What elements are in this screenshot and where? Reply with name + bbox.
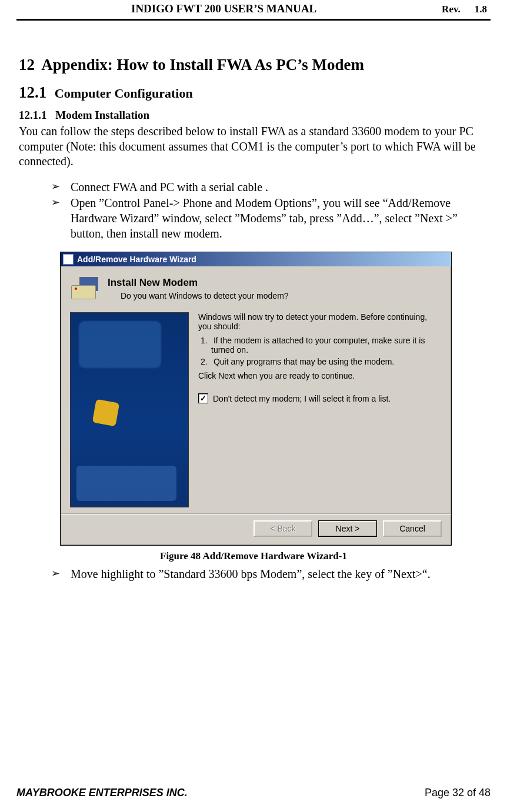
arrow-icon: ➢ (51, 196, 60, 209)
dont-detect-checkbox-row[interactable]: ✓ Don't detect my modem; I will select i… (198, 393, 442, 403)
list-item-text: Connect FWA and PC with a serial cable . (71, 181, 268, 193)
wizard-icon (63, 254, 74, 265)
wizard-instructions: Windows will now try to detect your mode… (198, 312, 442, 507)
wizard-title: Add/Remove Hardware Wizard (77, 255, 196, 264)
instructions-outro: Click Next when you are ready to continu… (198, 371, 442, 380)
bullet-list-bottom: ➢ Move highlight to ”Standard 33600 bps … (19, 567, 488, 582)
intro-paragraph: You can follow the steps described below… (19, 124, 488, 169)
page-content: 12 Appendix: How to Install FWA As PC’s … (16, 21, 491, 582)
arrow-icon: ➢ (51, 180, 60, 193)
list-item-text: Open ”Control Panel-> Phone and Modem Op… (71, 196, 458, 239)
list-item: 2. Quit any programs that may be using t… (209, 357, 442, 366)
checkbox-icon[interactable]: ✓ (198, 393, 208, 403)
wizard-side-graphic (70, 312, 189, 507)
manual-title: INDIGO FWT 200 USER’S MANUAL (131, 2, 491, 15)
list-item-text: Move highlight to ”Standard 33600 bps Mo… (71, 567, 431, 580)
list-item: ➢ Connect FWA and PC with a serial cable… (19, 180, 488, 195)
heading-2-number: 12.1 (19, 83, 46, 101)
instructions-list: 1. If the modem is attached to your comp… (209, 336, 442, 366)
next-button[interactable]: Next > (318, 520, 377, 537)
wizard-heading-row: Install New Modem Do you want Windows to… (70, 277, 442, 304)
page-footer: MAYBROOKE ENTERPRISES INC. Page 32 of 48 (16, 787, 491, 799)
wizard-heading-block: Install New Modem Do you want Windows to… (108, 277, 289, 304)
revision-row: Rev. 1.8 (442, 4, 487, 15)
heading-3-text: Modem Installation (55, 109, 149, 121)
wizard-footer: < Back Next > Cancel (61, 513, 451, 545)
list-marker: 2. (201, 357, 211, 366)
heading-3-number: 12.1.1 (19, 109, 47, 121)
back-button[interactable]: < Back (254, 520, 312, 537)
list-item: 1. If the modem is attached to your comp… (209, 336, 442, 355)
page-header: INDIGO FWT 200 USER’S MANUAL Rev. 1.8 (16, 0, 491, 21)
wizard-heading: Install New Modem (108, 277, 289, 289)
heading-1: 12 Appendix: How to Install FWA As PC’s … (19, 56, 488, 74)
figure-wrapper: Add/Remove Hardware Wizard Install New M… (60, 252, 488, 546)
page: INDIGO FWT 200 USER’S MANUAL Rev. 1.8 12… (0, 0, 507, 812)
heading-2-text: Computer Configuration (55, 86, 193, 101)
heading-2: 12.1 Computer Configuration (19, 83, 488, 102)
list-item: ➢ Move highlight to ”Standard 33600 bps … (19, 567, 488, 582)
list-item-text: If the modem is attached to your compute… (211, 336, 425, 355)
cancel-button[interactable]: Cancel (383, 520, 442, 537)
instructions-intro: Windows will now try to detect your mode… (198, 312, 442, 331)
list-item-text: Quit any programs that may be using the … (214, 357, 394, 366)
heading-1-text: Appendix: How to Install FWA As PC’s Mod… (41, 56, 364, 73)
heading-1-number: 12 (19, 56, 35, 73)
footer-company: MAYBROOKE ENTERPRISES INC. (16, 787, 188, 799)
wizard-subheading: Do you want Windows to detect your modem… (121, 291, 289, 300)
figure-caption: Figure 48 Add/Remove Hardware Wizard-1 (19, 550, 488, 562)
arrow-icon: ➢ (51, 567, 60, 580)
wizard-main: Windows will now try to detect your mode… (70, 312, 442, 507)
heading-3: 12.1.1 Modem Installation (19, 109, 488, 122)
wizard-titlebar[interactable]: Add/Remove Hardware Wizard (61, 252, 451, 266)
rev-label: Rev. (442, 4, 461, 15)
list-item: ➢ Open ”Control Panel-> Phone and Modem … (19, 196, 488, 241)
bullet-list-top: ➢ Connect FWA and PC with a serial cable… (19, 180, 488, 241)
wizard-dialog: Add/Remove Hardware Wizard Install New M… (60, 252, 452, 546)
footer-pager: Page 32 of 48 (425, 787, 491, 799)
modem-icon (70, 277, 97, 304)
checkbox-label: Don't detect my modem; I will select it … (213, 394, 391, 403)
wizard-body: Install New Modem Do you want Windows to… (61, 266, 451, 513)
rev-value: 1.8 (475, 4, 487, 15)
list-marker: 1. (201, 336, 211, 345)
